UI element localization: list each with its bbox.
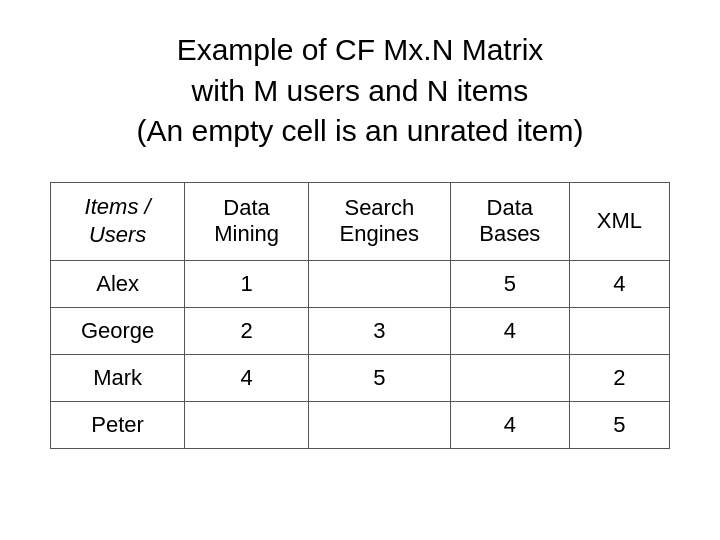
cell-value bbox=[185, 401, 309, 448]
page-title: Example of CF Mx.N Matrix with M users a… bbox=[137, 30, 584, 152]
table-row: Peter45 bbox=[51, 401, 670, 448]
cell-value: 3 bbox=[308, 307, 450, 354]
row-name: Mark bbox=[51, 354, 185, 401]
table-row: George234 bbox=[51, 307, 670, 354]
title-line2: with M users and N items bbox=[192, 74, 529, 107]
cell-value: 5 bbox=[308, 354, 450, 401]
cell-value bbox=[308, 401, 450, 448]
header-data-bases: Data Bases bbox=[450, 182, 569, 260]
cell-value bbox=[450, 354, 569, 401]
table-row: Mark452 bbox=[51, 354, 670, 401]
cell-value: 2 bbox=[185, 307, 309, 354]
cf-matrix-table: Items / Users Data Mining Search Engines… bbox=[50, 182, 670, 449]
table-row: Alex154 bbox=[51, 260, 670, 307]
header-xml: XML bbox=[569, 182, 669, 260]
row-name: George bbox=[51, 307, 185, 354]
cell-value: 1 bbox=[185, 260, 309, 307]
cell-value bbox=[308, 260, 450, 307]
title-line1: Example of CF Mx.N Matrix bbox=[177, 33, 544, 66]
row-name: Peter bbox=[51, 401, 185, 448]
cell-value bbox=[569, 307, 669, 354]
title-block: Example of CF Mx.N Matrix with M users a… bbox=[137, 30, 584, 152]
header-data-mining: Data Mining bbox=[185, 182, 309, 260]
title-line3: (An empty cell is an unrated item) bbox=[137, 114, 584, 147]
cell-value: 4 bbox=[450, 401, 569, 448]
cell-value: 4 bbox=[185, 354, 309, 401]
header-items-users: Items / Users bbox=[51, 182, 185, 260]
cell-value: 5 bbox=[569, 401, 669, 448]
header-search-engines: Search Engines bbox=[308, 182, 450, 260]
cell-value: 4 bbox=[450, 307, 569, 354]
cell-value: 4 bbox=[569, 260, 669, 307]
row-name: Alex bbox=[51, 260, 185, 307]
table-header-row: Items / Users Data Mining Search Engines… bbox=[51, 182, 670, 260]
cell-value: 5 bbox=[450, 260, 569, 307]
cell-value: 2 bbox=[569, 354, 669, 401]
